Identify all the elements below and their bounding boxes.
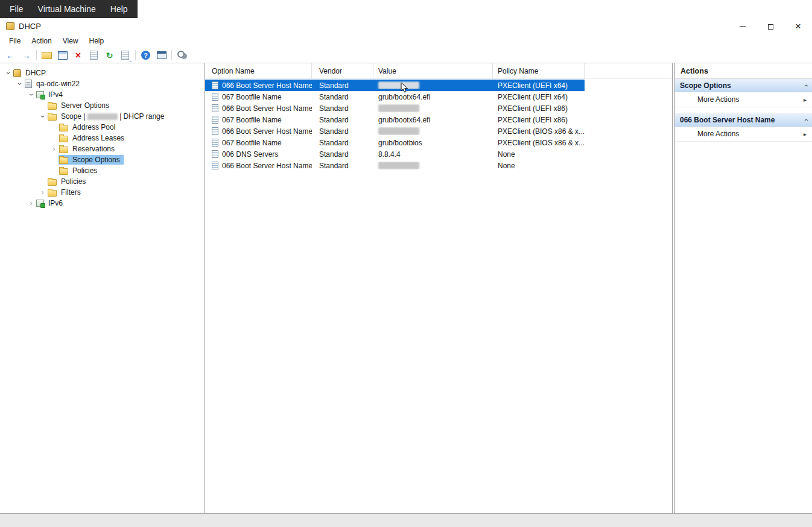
option-icon bbox=[212, 150, 218, 158]
save-list-icon[interactable] bbox=[118, 49, 133, 62]
redacted-value bbox=[378, 162, 419, 169]
redacted-text bbox=[87, 113, 118, 120]
tree-item-filters[interactable]: Filters bbox=[0, 187, 205, 198]
column-header-option-name[interactable]: Option Name bbox=[205, 63, 312, 78]
close-button[interactable] bbox=[784, 18, 812, 34]
vendor-cell: Standard bbox=[312, 81, 373, 90]
tree-item-label: Address Pool bbox=[71, 123, 116, 131]
tree-node: IPv4 bbox=[36, 90, 66, 99]
tree-item-qa-odc-win22[interactable]: qa-odc-win22 bbox=[0, 78, 205, 89]
action-section-header-066-boot-server-host-name[interactable]: 066 Boot Server Host Name bbox=[675, 113, 812, 127]
collapse-icon[interactable] bbox=[39, 112, 46, 121]
policy-cell: PXEClient (BIOS x86 & x... bbox=[493, 127, 585, 136]
tree-node: Scope | | DHCP range bbox=[47, 112, 168, 121]
tree-item-address-leases[interactable]: Address Leases bbox=[0, 133, 205, 144]
chevron-up-icon bbox=[802, 119, 810, 121]
option-name-cell: 006 DNS Servers bbox=[205, 150, 312, 159]
tree-node: Policies bbox=[47, 177, 89, 186]
minimize-button[interactable] bbox=[729, 18, 756, 34]
option-row[interactable]: 067 Bootfile NameStandardgrub/bootx64.ef… bbox=[205, 91, 585, 103]
value-cell: grub/bootx64.efi bbox=[373, 116, 493, 124]
vm-menu-file[interactable]: File bbox=[2, 0, 31, 18]
tree-item-scope[interactable]: Scope | | DHCP range bbox=[0, 111, 205, 122]
policies-icon bbox=[59, 168, 68, 175]
option-row[interactable]: 066 Boot Server Host NameStandardPXEClie… bbox=[205, 80, 585, 91]
policy-cell: PXEClient (UEFI x64) bbox=[493, 81, 585, 90]
option-row[interactable]: 066 Boot Server Host NameStandardNone bbox=[205, 160, 585, 171]
tree-item-server-options[interactable]: Server Options bbox=[0, 100, 205, 111]
value-cell: grub/bootx64.efi bbox=[373, 93, 493, 101]
properties-icon[interactable] bbox=[55, 49, 70, 62]
redacted-value bbox=[378, 127, 419, 135]
chevron-right-icon bbox=[804, 131, 807, 137]
option-icon bbox=[212, 139, 218, 147]
scope-folder-icon bbox=[48, 114, 57, 121]
console-window-icon[interactable] bbox=[154, 49, 169, 62]
value-cell bbox=[373, 127, 493, 135]
tree-item-policies[interactable]: Policies bbox=[0, 165, 205, 176]
back-icon[interactable] bbox=[3, 49, 18, 62]
option-row[interactable]: 066 Boot Server Host NameStandardPXEClie… bbox=[205, 125, 585, 137]
maximize-restore-button[interactable] bbox=[756, 18, 784, 34]
vendor-cell: Standard bbox=[312, 116, 373, 124]
forward-icon[interactable] bbox=[19, 49, 34, 62]
option-row[interactable]: 067 Bootfile NameStandardgrub/bootx64.ef… bbox=[205, 114, 585, 125]
tree-item-policies[interactable]: Policies bbox=[0, 176, 205, 187]
menubar: File Action View Help bbox=[0, 34, 812, 48]
column-header-policy-name[interactable]: Policy Name bbox=[493, 63, 585, 78]
tree-item-ipv6[interactable]: IPv6 bbox=[0, 198, 205, 209]
policy-cell: PXEClient (UEFI x86) bbox=[493, 116, 585, 124]
collapse-icon[interactable] bbox=[16, 80, 24, 89]
scope-label-suffix: | DHCP range bbox=[118, 112, 165, 121]
window-title: DHCP bbox=[19, 22, 41, 31]
action-section-header-scope-options[interactable]: Scope Options bbox=[675, 79, 812, 92]
delete-icon[interactable] bbox=[71, 49, 86, 62]
action-item-label: More Actions bbox=[697, 130, 739, 138]
column-header-value[interactable]: Value bbox=[373, 63, 493, 78]
tree-node: Address Leases bbox=[59, 133, 128, 143]
menu-action[interactable]: Action bbox=[26, 36, 57, 46]
tree-item-ipv4[interactable]: IPv4 bbox=[0, 89, 205, 100]
expand-icon[interactable] bbox=[49, 145, 59, 153]
vm-menu-virtual-machine[interactable]: Virtual Machine bbox=[31, 0, 103, 18]
option-row[interactable]: 067 Bootfile NameStandardgrub/bootbiosPX… bbox=[205, 137, 585, 148]
refresh-icon[interactable] bbox=[102, 49, 117, 62]
help-icon[interactable] bbox=[138, 49, 153, 62]
option-name-cell: 066 Boot Server Host Name bbox=[205, 162, 312, 170]
tree-item-dhcp[interactable]: DHCP bbox=[0, 68, 205, 78]
menu-help[interactable]: Help bbox=[84, 36, 110, 46]
collapse-icon[interactable] bbox=[28, 90, 35, 99]
scope-options-icon bbox=[59, 157, 68, 164]
section-header-label: 066 Boot Server Host Name bbox=[680, 116, 775, 124]
export-list-icon[interactable] bbox=[86, 49, 101, 62]
column-header-vendor[interactable]: Vendor bbox=[312, 63, 373, 78]
expand-icon[interactable] bbox=[27, 200, 36, 207]
redacted-value bbox=[378, 81, 419, 89]
tree-node: qa-odc-win22 bbox=[24, 79, 83, 89]
maximize-restore-icon bbox=[768, 24, 773, 30]
vm-menu-help[interactable]: Help bbox=[103, 0, 135, 18]
action-item-more-actions[interactable]: More Actions bbox=[675, 92, 812, 107]
option-name-cell: 066 Boot Server Host Name bbox=[205, 81, 312, 90]
section-gap bbox=[675, 107, 812, 113]
tree-item-reservations[interactable]: Reservations bbox=[0, 144, 205, 154]
show-hide-tree-icon[interactable] bbox=[39, 49, 54, 62]
dhcp-app-icon bbox=[6, 22, 14, 30]
tree-item-scope-options[interactable]: Scope Options bbox=[0, 154, 205, 165]
tree-node: Server Options bbox=[47, 101, 113, 110]
value-cell: grub/bootbios bbox=[373, 139, 493, 147]
action-item-more-actions[interactable]: More Actions bbox=[675, 127, 812, 142]
vendor-cell: Standard bbox=[312, 162, 373, 170]
gear-icon[interactable] bbox=[174, 49, 189, 62]
tree-item-address-pool[interactable]: Address Pool bbox=[0, 122, 205, 133]
option-icon bbox=[212, 104, 218, 112]
option-row[interactable]: 006 DNS ServersStandard8.8.4.4None bbox=[205, 148, 585, 160]
menu-file[interactable]: File bbox=[4, 36, 26, 46]
collapse-icon[interactable] bbox=[5, 69, 12, 78]
option-name-text: 006 DNS Servers bbox=[222, 150, 278, 159]
option-name-text: 067 Bootfile Name bbox=[222, 93, 282, 101]
option-row[interactable]: 066 Boot Server Host NameStandardPXEClie… bbox=[205, 103, 585, 114]
policy-cell: PXEClient (UEFI x64) bbox=[493, 93, 585, 101]
menu-view[interactable]: View bbox=[57, 36, 84, 46]
expand-icon[interactable] bbox=[38, 189, 47, 196]
